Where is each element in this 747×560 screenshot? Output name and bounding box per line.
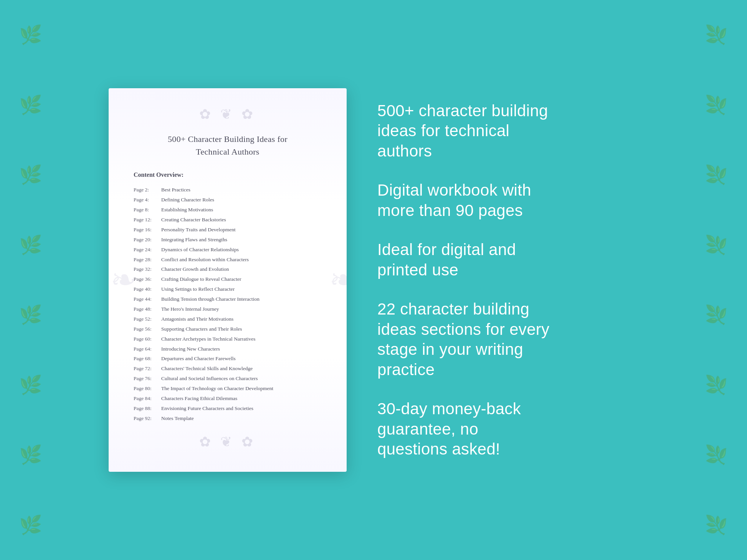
feature-text: Ideal for digital and printed use (377, 240, 638, 280)
toc-section-title: Notes Template (161, 415, 194, 422)
table-of-contents-item: Page 88:Envisioning Future Characters an… (128, 404, 327, 413)
toc-section-title: Building Tension through Character Inter… (161, 296, 259, 303)
toc-page-number: Page 16: (134, 226, 161, 234)
table-of-contents-item: Page 60:Character Archetypes in Technica… (128, 334, 327, 344)
floral-sprig: 🌿 (19, 514, 42, 536)
feature-text: 500+ character building ideas for techni… (377, 101, 638, 161)
table-of-contents-item: Page 56:Supporting Characters and Their … (128, 324, 327, 334)
toc-section-title: Cultural and Societal Influences on Char… (161, 375, 258, 382)
table-of-contents-item: Page 84:Characters Facing Ethical Dilemm… (128, 394, 327, 404)
toc-section-title: Character Archetypes in Technical Narrat… (161, 336, 255, 343)
table-of-contents-item: Page 28:Conflict and Resolution within C… (128, 255, 327, 265)
floral-sprig: 🌿 (705, 444, 728, 466)
content-overview-label: Content Overview: (134, 171, 327, 178)
table-of-contents-item: Page 80:The Impact of Technology on Char… (128, 384, 327, 394)
document-title: 500+ Character Building Ideas for Techni… (128, 133, 327, 158)
floral-sprig: 🌿 (19, 94, 42, 116)
toc-section-title: Creating Character Backstories (161, 216, 226, 224)
toc-section-title: Introducing New Characters (161, 346, 220, 353)
toc-page-number: Page 52: (134, 316, 161, 323)
feature-text: 30-day money-back guarantee, no question… (377, 399, 638, 460)
table-of-contents-item: Page 20:Integrating Flaws and Strengths (128, 235, 327, 245)
doc-deco-bottom: ✿ ❦ ✿ (128, 435, 327, 449)
toc-page-number: Page 44: (134, 296, 161, 303)
table-of-contents-item: Page 16:Personality Traits and Developme… (128, 225, 327, 235)
doc-deco-top: ✿ ❦ ✿ (128, 107, 327, 121)
table-of-contents: Page 2:Best PracticesPage 4:Defining Cha… (128, 185, 327, 423)
toc-section-title: The Hero's Internal Journey (161, 306, 219, 313)
table-of-contents-item: Page 64:Introducing New Characters (128, 344, 327, 354)
toc-page-number: Page 36: (134, 276, 161, 283)
feature-text: 22 character building ideas sections for… (377, 299, 638, 380)
toc-page-number: Page 32: (134, 266, 161, 273)
table-of-contents-item: Page 48:The Hero's Internal Journey (128, 305, 327, 315)
toc-section-title: Envisioning Future Characters and Societ… (161, 405, 253, 412)
toc-page-number: Page 84: (134, 395, 161, 402)
toc-section-title: Establishing Motivations (161, 206, 213, 214)
features-panel: 500+ character building ideas for techni… (377, 101, 638, 460)
toc-section-title: Defining Character Roles (161, 196, 214, 204)
toc-page-number: Page 24: (134, 246, 161, 254)
table-of-contents-item: Page 32:Character Growth and Evolution (128, 265, 327, 275)
floral-sprig: 🌿 (19, 374, 42, 396)
floral-sprig: 🌿 (19, 444, 42, 466)
floral-sprig: 🌿 (705, 514, 728, 536)
floral-sprig: 🌿 (19, 24, 42, 46)
floral-sprig: 🌿 (705, 24, 728, 46)
toc-section-title: Departures and Character Farewells (161, 355, 236, 362)
toc-section-title: The Impact of Technology on Character De… (161, 385, 273, 392)
toc-page-number: Page 56: (134, 326, 161, 333)
table-of-contents-item: Page 2:Best Practices (128, 185, 327, 195)
floral-sprig: 🌿 (705, 304, 728, 326)
toc-page-number: Page 88: (134, 405, 161, 412)
floral-sprig: 🌿 (705, 164, 728, 186)
side-deco-right: ❧ (329, 265, 345, 295)
document-preview: ❧ ❧ ✿ ❦ ✿ 500+ Character Building Ideas … (109, 88, 347, 472)
toc-section-title: Using Settings to Reflect Character (161, 286, 235, 293)
table-of-contents-item: Page 40:Using Settings to Reflect Charac… (128, 285, 327, 295)
toc-page-number: Page 12: (134, 216, 161, 224)
floral-sprig: 🌿 (19, 164, 42, 186)
toc-page-number: Page 92: (134, 415, 161, 422)
toc-page-number: Page 64: (134, 346, 161, 353)
floral-sprig: 🌿 (19, 304, 42, 326)
main-layout: ❧ ❧ ✿ ❦ ✿ 500+ Character Building Ideas … (47, 65, 700, 495)
toc-page-number: Page 76: (134, 375, 161, 382)
toc-section-title: Dynamics of Character Relationships (161, 246, 239, 254)
toc-page-number: Page 40: (134, 286, 161, 293)
side-deco-left: ❧ (111, 265, 126, 295)
table-of-contents-item: Page 76:Cultural and Societal Influences… (128, 374, 327, 384)
toc-page-number: Page 60: (134, 336, 161, 343)
toc-section-title: Characters' Technical Skills and Knowled… (161, 365, 253, 372)
toc-page-number: Page 48: (134, 306, 161, 313)
floral-sprig: 🌿 (705, 94, 728, 116)
toc-section-title: Character Growth and Evolution (161, 266, 229, 273)
toc-page-number: Page 80: (134, 385, 161, 392)
table-of-contents-item: Page 72:Characters' Technical Skills and… (128, 364, 327, 374)
feature-text: Digital workbook with more than 90 pages (377, 180, 638, 221)
floral-sprig: 🌿 (705, 374, 728, 396)
floral-sprig: 🌿 (705, 234, 728, 256)
table-of-contents-item: Page 24:Dynamics of Character Relationsh… (128, 245, 327, 255)
table-of-contents-item: Page 8:Establishing Motivations (128, 205, 327, 215)
toc-page-number: Page 68: (134, 355, 161, 362)
toc-section-title: Conflict and Resolution within Character… (161, 256, 249, 264)
table-of-contents-item: Page 68:Departures and Character Farewel… (128, 354, 327, 364)
toc-page-number: Page 4: (134, 196, 161, 204)
toc-page-number: Page 28: (134, 256, 161, 264)
toc-section-title: Personality Traits and Development (161, 226, 236, 234)
table-of-contents-item: Page 36:Crafting Dialogue to Reveal Char… (128, 275, 327, 285)
toc-section-title: Best Practices (161, 186, 190, 194)
toc-section-title: Supporting Characters and Their Roles (161, 326, 242, 333)
toc-section-title: Characters Facing Ethical Dilemmas (161, 395, 237, 402)
table-of-contents-item: Page 44:Building Tension through Charact… (128, 295, 327, 305)
toc-section-title: Antagonists and Their Motivations (161, 316, 233, 323)
table-of-contents-item: Page 92:Notes Template (128, 413, 327, 423)
toc-page-number: Page 8: (134, 206, 161, 214)
toc-page-number: Page 20: (134, 236, 161, 244)
toc-section-title: Crafting Dialogue to Reveal Character (161, 276, 241, 283)
table-of-contents-item: Page 12:Creating Character Backstories (128, 215, 327, 225)
floral-sprig: 🌿 (19, 234, 42, 256)
toc-section-title: Integrating Flaws and Strengths (161, 236, 227, 244)
toc-page-number: Page 72: (134, 365, 161, 372)
